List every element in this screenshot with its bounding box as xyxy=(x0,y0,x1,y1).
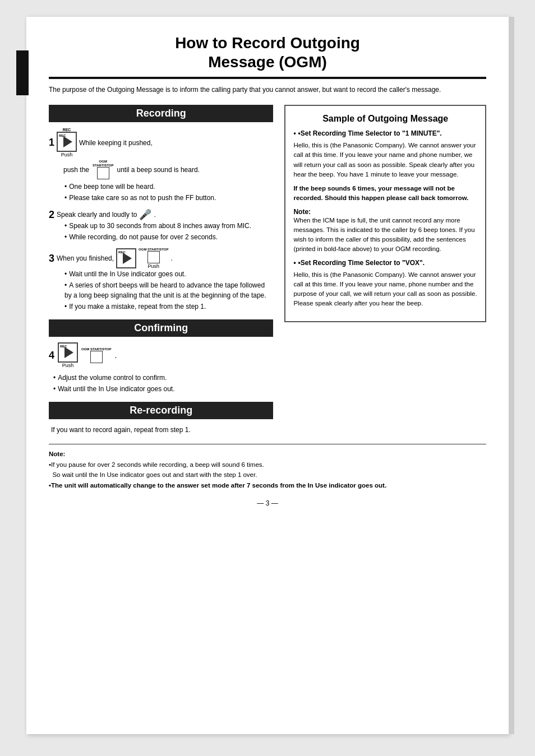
sample-bold-1: If the beep sounds 6 times, your message… xyxy=(293,184,477,203)
step3-rec-icon xyxy=(116,248,136,268)
step-2-main-text: Speak clearly and loudly to xyxy=(57,210,137,220)
step-4-bullet-2: Wait until the In Use indicator goes out… xyxy=(53,384,273,394)
page: How to Record Outgoing Message (OGM) The… xyxy=(26,17,509,734)
step-4-block: 4 Push OGM START/STOP . xyxy=(49,342,273,394)
step-4-bullets: Adjust the volume control to confirm. Wa… xyxy=(49,373,273,394)
step-1-push-sub: push the xyxy=(63,166,89,174)
sample-bullet-2: •Set Recording Time Selector to "VOX". xyxy=(293,259,477,267)
rec-arrow xyxy=(63,136,72,147)
step4-ogm-group: OGM START/STOP xyxy=(81,347,111,363)
step3-rec-arrow xyxy=(123,253,132,264)
rerecording-text: If you want to record again, repeat from… xyxy=(49,425,273,435)
step4-rec-arrow xyxy=(64,347,73,358)
step-3-bullet-3: If you make a mistake, repeat from the s… xyxy=(64,302,273,312)
sample-note-title: Note: xyxy=(293,208,477,216)
sample-title: Sample of Outgoing Message xyxy=(293,114,477,124)
step4-period: . xyxy=(114,351,117,360)
ogm-btn-group: OGM START/STOP xyxy=(93,160,113,179)
left-column: Recording 1 REC Push While keeping it pu… xyxy=(49,105,273,435)
step4-push-label: Push xyxy=(62,363,74,368)
step-4-bullet-1: Adjust the volume control to confirm. xyxy=(53,373,273,383)
step3-ogm-group: OGM START/STOP Push xyxy=(139,248,168,269)
step-1-bullet-2: Please take care so as not to push the F… xyxy=(64,193,273,203)
step-1-bullet-1: One beep tone will be heard. xyxy=(64,182,273,192)
mic-icon: 🎤 xyxy=(139,208,151,221)
step-1-main-text: While keeping it pushed, xyxy=(79,138,153,148)
step3-push-label: Push xyxy=(148,263,160,269)
sample-text-2: Hello, this is (the Panasonic Company). … xyxy=(293,270,477,309)
bottom-note-2: •The unit will automatically change to t… xyxy=(49,482,386,489)
right-column: Sample of Outgoing Message •Set Recordin… xyxy=(284,105,486,322)
step-4-row: 4 Push OGM START/STOP . xyxy=(49,342,273,368)
sample-note-text: When the ICM tape is full, the unit cann… xyxy=(293,216,477,254)
step-1-row: 1 REC Push While keeping it pushed, xyxy=(49,128,273,157)
rerecording-section: Re-recording If you want to record again… xyxy=(49,402,273,435)
bottom-note-1: •If you pause for over 2 seconds while r… xyxy=(49,461,264,478)
step-1-bullets: One beep tone will be heard. Please take… xyxy=(49,182,273,203)
ogm-button-icon xyxy=(97,167,109,179)
intro-text: The purpose of the Outgoing Message is t… xyxy=(49,85,486,95)
step-2-bullets: Speak up to 30 seconds from about 8 inch… xyxy=(49,221,273,242)
step-1-sub-row: push the OGM START/STOP until a beep sou… xyxy=(49,160,273,179)
step-3-bullet-1: Wait until the In Use indicator goes out… xyxy=(64,269,273,279)
rec-button-group: REC Push xyxy=(57,128,77,157)
recording-header: Recording xyxy=(49,105,273,122)
two-column-layout: Recording 1 REC Push While keeping it pu… xyxy=(49,105,486,435)
right-tab-decoration xyxy=(509,17,514,734)
confirming-header: Confirming xyxy=(49,319,273,337)
step-3-bullet-2: A series of short beeps will be heard to… xyxy=(64,280,273,300)
confirming-section: Confirming 4 Push OGM START/STOP xyxy=(49,319,273,394)
step4-rec-group: Push xyxy=(58,342,78,368)
bottom-note: Note: •If you pause for over 2 seconds w… xyxy=(49,444,486,490)
step3-rec-group xyxy=(116,248,136,268)
step-2-period: . xyxy=(154,210,155,220)
rec-label: REC xyxy=(63,128,71,132)
step-2-bullet-1: Speak up to 30 seconds from about 8 inch… xyxy=(64,221,273,231)
sample-text-1: Hello, this is (the Panasonic Company). … xyxy=(293,141,477,179)
step-3-bullets: Wait until the In Use indicator goes out… xyxy=(49,269,273,312)
step-1-number: 1 xyxy=(49,137,54,149)
rerecording-header: Re-recording xyxy=(49,402,273,419)
step4-rec-icon xyxy=(58,342,78,363)
step-3-block: 3 When you finished, OGM START/STOP Push… xyxy=(49,248,273,312)
title-underline xyxy=(49,77,486,79)
ogm-top-label: OGM xyxy=(99,160,107,164)
step-1-block: 1 REC Push While keeping it pushed, push… xyxy=(49,128,273,203)
step-2-block: 2 Speak clearly and loudly to 🎤 . Speak … xyxy=(49,208,273,242)
step-2-number: 2 xyxy=(49,209,54,221)
bottom-note-title: Note: xyxy=(49,451,65,457)
rec-push-label: Push xyxy=(61,152,73,157)
page-title: How to Record Outgoing Message (OGM) xyxy=(49,34,486,71)
step4-ogm-btn xyxy=(90,351,103,363)
step-1-sub-text: until a beep sound is heard. xyxy=(117,165,200,175)
left-tab-decoration xyxy=(16,50,29,95)
step-4-number: 4 xyxy=(49,350,54,361)
sample-bullet-1: •Set Recording Time Selector to "1 MINUT… xyxy=(293,129,477,137)
step-3-period: . xyxy=(171,253,173,263)
step-2-row: 2 Speak clearly and loudly to 🎤 . xyxy=(49,208,273,221)
step-3-number: 3 xyxy=(49,253,54,265)
step-3-main-text: When you finished, xyxy=(57,253,114,263)
step-2-bullet-2: While recording, do not pause for over 2… xyxy=(64,232,273,242)
rec-button-icon xyxy=(57,132,77,152)
step3-ogm-btn xyxy=(147,251,160,263)
step-3-row: 3 When you finished, OGM START/STOP Push… xyxy=(49,248,273,269)
ogm-startstop-label: START/STOP xyxy=(93,164,113,168)
page-number: — 3 — xyxy=(49,499,486,507)
